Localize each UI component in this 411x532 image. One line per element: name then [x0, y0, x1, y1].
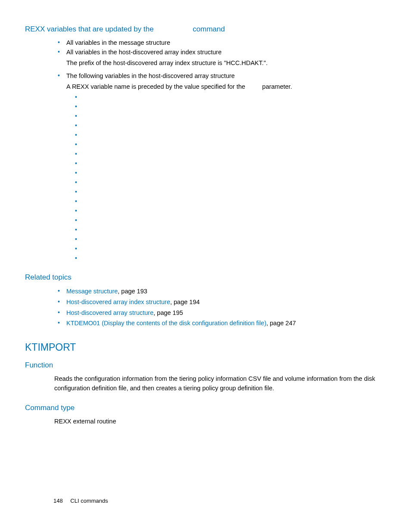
sub-list-item	[75, 244, 386, 253]
related-topic-suffix: , page 195	[153, 309, 183, 316]
related-topic-item: Host-discovered array structure, page 19…	[58, 308, 386, 318]
list-item: All variables in the message structure	[58, 38, 386, 47]
sub-list-item	[75, 253, 386, 263]
related-topic-link[interactable]: Host-discovered array structure	[66, 309, 153, 316]
related-topic-item: Host-discovered array index structure, p…	[58, 297, 386, 308]
heading-rexx-variables: REXX variables that are updated by the K…	[25, 25, 386, 34]
related-topic-link[interactable]: KTDEMO01 (Display the contents of the di…	[66, 320, 266, 327]
related-topic-item: KTDEMO01 (Display the contents of the di…	[58, 318, 386, 329]
sub-list-item	[75, 140, 386, 149]
heading-part1: REXX variables that are updated by the	[25, 25, 156, 33]
list-item: All variables in the host-discovered arr…	[58, 47, 386, 68]
rexx-bullet-list: All variables in the message structure A…	[58, 38, 386, 263]
heading-code: KTHSCAN	[156, 25, 190, 33]
function-paragraph: Reads the configuration information from…	[54, 374, 386, 393]
sub-list-item	[75, 130, 386, 140]
sub-list-item	[75, 92, 386, 102]
heading-function: Function	[25, 361, 386, 370]
list-item-subtext: The prefix of the host-discovered array …	[66, 58, 386, 68]
related-topic-suffix: , page 193	[118, 288, 147, 295]
list-item-text: All variables in the host-discovered arr…	[66, 49, 221, 56]
command-type-text: REXX external routine	[54, 417, 386, 426]
sub-list-item	[75, 206, 386, 215]
sub-list-item	[75, 149, 386, 159]
sub-list-item	[75, 159, 386, 168]
heading-related-topics: Related topics	[25, 273, 386, 282]
heading-command-type: Command type	[25, 404, 386, 412]
sub-list-item	[75, 196, 386, 206]
related-topic-link[interactable]: Host-discovered array index structure	[66, 299, 170, 305]
list-item-text: All variables in the message structure	[66, 39, 170, 46]
page-footer: 148 CLI commands	[53, 498, 108, 504]
sub-list-item	[75, 121, 386, 130]
related-topics-list: Message structure, page 193Host-discover…	[58, 286, 386, 329]
heading-part2: command	[191, 25, 225, 33]
sub-bullet-list	[75, 92, 386, 263]
sub-list-item	[75, 187, 386, 196]
sub-list-item	[75, 225, 386, 234]
list-item: The following variables in the host-disc…	[58, 71, 386, 263]
sub-list-item	[75, 177, 386, 187]
heading-ktimport: KTIMPORT	[25, 342, 386, 353]
footer-section: CLI commands	[70, 498, 108, 504]
list-item-text: The following variables in the host-disc…	[66, 72, 235, 79]
sub-list-item	[75, 234, 386, 244]
page-number: 148	[53, 498, 63, 504]
sub-list-item	[75, 111, 386, 121]
related-topic-suffix: , page 194	[170, 299, 200, 305]
related-topic-link[interactable]: Message structure	[66, 288, 118, 295]
list-item-subtext: A REXX variable name is preceded by the …	[66, 82, 386, 91]
sub-list-item	[75, 215, 386, 225]
related-topic-suffix: , page 247	[266, 320, 296, 327]
related-topic-item: Message structure, page 193	[58, 286, 386, 297]
sub-list-item	[75, 102, 386, 111]
sub-list-item	[75, 168, 386, 177]
